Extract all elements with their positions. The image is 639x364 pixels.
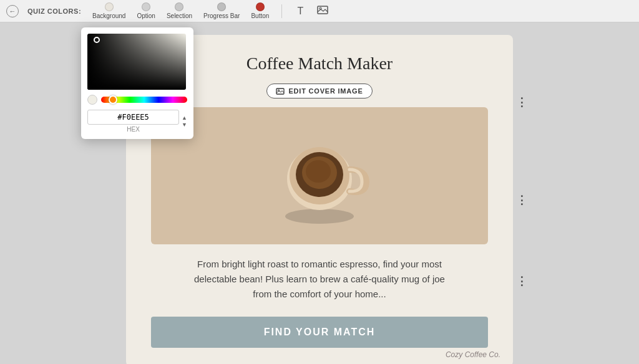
hex-decrement[interactable]: ▼ [182, 122, 187, 128]
coffee-cup-illustration [270, 120, 369, 232]
svg-point-9 [306, 160, 331, 183]
cover-image-area [151, 107, 488, 244]
color-controls-row [87, 95, 187, 105]
image-tool-button[interactable] [313, 2, 332, 20]
rainbow-handle[interactable] [109, 95, 117, 104]
hex-input-row: HEX ▲ ▼ [87, 110, 187, 133]
selection-color-item[interactable]: Selection [163, 1, 196, 21]
toolbar-divider [281, 4, 282, 18]
color-preview [87, 95, 97, 105]
edit-cover-icon [276, 87, 285, 95]
button-color-item[interactable]: Button [247, 1, 273, 21]
hex-increment[interactable]: ▲ [182, 115, 187, 122]
color-picker-popover: HEX ▲ ▼ [81, 27, 193, 139]
cover-dots-menu[interactable]: ⋮ [515, 194, 528, 206]
button-color-dot [256, 2, 265, 11]
svg-point-4 [285, 209, 354, 224]
button-color-label: Button [251, 12, 269, 19]
toolbar: ← QUIZ COLORS: Background Option Selecti… [0, 0, 639, 22]
selection-color-dot [175, 2, 183, 11]
image-icon [317, 6, 328, 17]
back-button[interactable]: ← [6, 5, 19, 17]
toolbar-back: ← [6, 5, 19, 17]
coffee-cup-svg [270, 120, 369, 232]
background-color-dot [105, 2, 114, 11]
option-color-item[interactable]: Option [133, 1, 159, 21]
hex-stepper: ▲ ▼ [182, 115, 187, 128]
rainbow-bar[interactable] [101, 97, 187, 103]
selection-color-label: Selection [167, 12, 192, 19]
edit-cover-label: EDIT COVER IMAGE [288, 87, 363, 95]
description-dots-menu[interactable]: ⋮ [515, 275, 528, 287]
find-match-button[interactable]: FIND YOUR MATCH [151, 317, 488, 348]
hex-label: HEX [87, 126, 179, 133]
quiz-title: Coffee Match Maker [246, 54, 393, 74]
edit-cover-button[interactable]: EDIT COVER IMAGE [266, 84, 372, 98]
text-tool-button[interactable]: T [291, 2, 310, 20]
title-dots-menu[interactable]: ⋮ [515, 96, 528, 108]
background-color-label: Background [92, 12, 125, 19]
hex-input[interactable] [87, 110, 179, 125]
progress-bar-color-item[interactable]: Progress Bar [200, 1, 243, 21]
gradient-handle[interactable] [94, 37, 100, 43]
color-gradient-canvas[interactable] [87, 34, 186, 90]
svg-point-1 [320, 7, 321, 9]
progress-bar-color-label: Progress Bar [203, 12, 240, 19]
brand-watermark: Cozy Coffee Co. [446, 350, 500, 359]
quiz-description: From bright light roast to romantic espr… [188, 257, 451, 302]
quiz-colors-label: QUIZ COLORS: [27, 7, 81, 15]
background-color-item[interactable]: Background [89, 1, 129, 21]
text-icon: T [297, 6, 303, 17]
option-color-label: Option [137, 12, 155, 19]
progress-bar-color-dot [217, 2, 226, 11]
option-color-dot [142, 2, 150, 11]
